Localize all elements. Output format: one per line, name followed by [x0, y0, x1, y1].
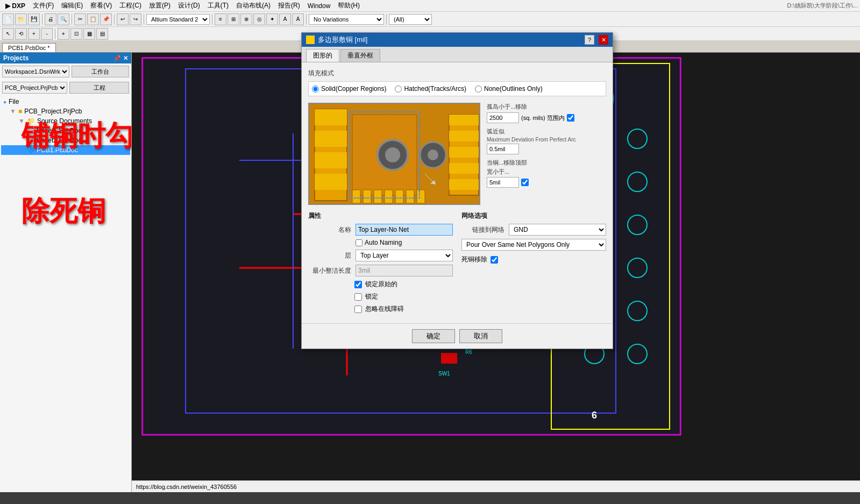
- dialog-tab-shapes[interactable]: 图形的: [306, 49, 339, 62]
- fill-none-option[interactable]: None(Outlines Only): [475, 85, 543, 93]
- toolbar-btn9[interactable]: ✦: [266, 13, 278, 25]
- toolbar-copy[interactable]: 📋: [87, 13, 99, 25]
- sep4: [144, 14, 144, 25]
- auto-naming-checkbox[interactable]: [356, 239, 363, 246]
- fill-solid-option[interactable]: Solid(Copper Regions): [312, 85, 386, 93]
- dialog-close-btn[interactable]: ✕: [599, 35, 608, 45]
- tree-source-docs[interactable]: ▼ 📁 Source Documents: [1, 116, 130, 126]
- fill-hatched-radio[interactable]: [395, 86, 402, 93]
- svg-rect-37: [315, 174, 347, 190]
- menu-edit[interactable]: 编辑(E): [58, 0, 86, 11]
- lock-checkbox[interactable]: [354, 293, 362, 301]
- approx-value-input[interactable]: [487, 144, 519, 154]
- toolbar-btn11[interactable]: A: [292, 13, 304, 25]
- dead-copper-checkbox[interactable]: [491, 256, 498, 264]
- tree-sheet1-label: Sheet1.SchDoc: [37, 127, 81, 134]
- remove-checkbox[interactable]: [521, 179, 529, 186]
- toolbar2-btn6[interactable]: ⊡: [70, 28, 82, 40]
- toolbar-new[interactable]: 📄: [2, 13, 14, 25]
- svg-rect-36: [315, 152, 347, 168]
- fill-hatched-option[interactable]: Hatched(Tracks/Arcs): [395, 85, 466, 93]
- tree-file-root[interactable]: ● File: [1, 97, 130, 107]
- menu-place[interactable]: 放置(P): [146, 0, 174, 11]
- toolbar-redo[interactable]: ↪: [130, 13, 141, 25]
- menu-autoroute[interactable]: 自动布线(A): [233, 0, 274, 11]
- ok-button[interactable]: 确定: [412, 329, 455, 343]
- toolbar2-btn2[interactable]: ⟲: [15, 28, 27, 40]
- fill-solid-radio[interactable]: [312, 86, 319, 93]
- menu-help[interactable]: 帮助(H): [335, 0, 363, 11]
- toolbar2-btn4[interactable]: -: [41, 28, 53, 40]
- toolbar-undo[interactable]: ↩: [117, 13, 129, 25]
- auto-naming-row: Auto Naming: [308, 239, 453, 246]
- polygon-pour-dialog[interactable]: 多边形敷铜 [mil] ? ✕ 图形的 垂直外框 填充模式 Solid(Copp…: [301, 32, 613, 349]
- toolbar-cut[interactable]: ✂: [74, 13, 86, 25]
- toolbar-btn5[interactable]: ≡: [215, 13, 226, 25]
- layer-row: 层 Top Layer: [308, 250, 453, 261]
- connect-net-select[interactable]: GND: [509, 224, 606, 236]
- dialog-tabs: 图形的 垂直外框: [302, 47, 613, 62]
- toolbar-btn6[interactable]: ⊞: [228, 13, 239, 25]
- toolbar2-btn1[interactable]: ↖: [2, 28, 14, 40]
- name-input[interactable]: [356, 224, 453, 236]
- toolbar-all-dropdown[interactable]: (All): [389, 14, 432, 25]
- menu-tools[interactable]: 工具(T): [204, 0, 232, 11]
- toolbar2-btn3[interactable]: +: [28, 28, 40, 40]
- cancel-button[interactable]: 取消: [459, 329, 502, 343]
- menu-report[interactable]: 报告(R): [275, 0, 303, 11]
- status-url: https://blog.csdn.net/weixin_43760556: [136, 484, 237, 490]
- toolbar-open[interactable]: 📁: [15, 13, 27, 25]
- project-dropdown[interactable]: PCB_Project.PrjPcb: [2, 82, 67, 94]
- toolbar2-btn5[interactable]: ⌖: [58, 28, 69, 40]
- project-btn[interactable]: 工程: [69, 82, 129, 94]
- toolbar2-btn7[interactable]: ▦: [83, 28, 95, 40]
- toolbar2-btn8[interactable]: ▤: [96, 28, 108, 40]
- toolbar-print[interactable]: 🖨: [45, 13, 56, 25]
- fill-none-radio[interactable]: [475, 86, 482, 93]
- workspace-dropdown[interactable]: Workspace1.DsnWrk: [2, 66, 69, 77]
- island-checkbox[interactable]: [567, 114, 574, 122]
- toolbar-search[interactable]: 🔍: [58, 13, 69, 25]
- tree-sheet2[interactable]: 📄 Sheet2.SchDoc: [1, 136, 130, 145]
- min-length-input[interactable]: [356, 265, 453, 276]
- layer-select[interactable]: Top Layer: [356, 250, 453, 261]
- ignore-drc-checkbox[interactable]: [354, 306, 362, 313]
- toolbar-btn8[interactable]: ◎: [253, 13, 265, 25]
- project-collapse-icon: ▼: [10, 108, 16, 115]
- tab-pcb1[interactable]: PCB1.PcbDoc *: [2, 43, 56, 52]
- tree-pcb1[interactable]: 🔷 PCB1.PcbDoc: [1, 145, 130, 155]
- fill-solid-label: Solid(Copper Regions): [321, 85, 386, 93]
- island-value-input[interactable]: [487, 112, 519, 123]
- menu-window[interactable]: Window: [304, 1, 334, 11]
- menu-project[interactable]: 工程(C): [116, 0, 145, 11]
- lock-original-checkbox[interactable]: [354, 281, 362, 288]
- dead-copper-row: 死铜移除: [461, 255, 606, 264]
- sidebar-pin-icon[interactable]: 📌: [113, 55, 121, 62]
- tree-source-docs-label: Source Documents: [37, 117, 92, 125]
- sidebar-close-icon[interactable]: ✕: [123, 55, 128, 62]
- fill-mode-group: Solid(Copper Regions) Hatched(Tracks/Arc…: [308, 81, 606, 96]
- remove-value-input[interactable]: [487, 177, 519, 188]
- dialog-tab-hatching[interactable]: 垂直外框: [340, 49, 380, 62]
- folder-icon: 📁: [27, 117, 35, 125]
- svg-text:6: 6: [592, 410, 597, 421]
- toolbar-paste[interactable]: 📌: [100, 13, 112, 25]
- tree-project[interactable]: ▼ ■ PCB_Project.PrjPcb: [1, 107, 130, 116]
- pour-over-select[interactable]: Pour Over Same Net Polygons Only: [461, 239, 606, 251]
- project-icon: ■: [18, 108, 22, 115]
- toolbar-btn7[interactable]: ⊕: [240, 13, 252, 25]
- toolbar-variation-dropdown[interactable]: No Variations: [309, 14, 384, 25]
- menu-view[interactable]: 察看(V): [87, 0, 115, 11]
- dialog-help-btn[interactable]: ?: [585, 35, 594, 45]
- workspace-btn[interactable]: 工作台: [72, 66, 129, 77]
- svg-rect-45: [449, 131, 479, 141]
- tree-sheet1[interactable]: 📄 Sheet1.SchDoc: [1, 126, 130, 136]
- menu-dxp[interactable]: ▶ DXP: [2, 1, 29, 11]
- toolbar-standard-dropdown[interactable]: Altium Standard 2: [146, 14, 210, 25]
- toolbar-btn10[interactable]: A: [279, 13, 291, 25]
- menu-file[interactable]: 文件(F): [30, 0, 57, 11]
- connect-net-label: 链接到网络: [461, 225, 504, 235]
- sep5: [212, 14, 212, 25]
- menu-design[interactable]: 设计(D): [175, 0, 203, 11]
- toolbar-save[interactable]: 💾: [28, 13, 40, 25]
